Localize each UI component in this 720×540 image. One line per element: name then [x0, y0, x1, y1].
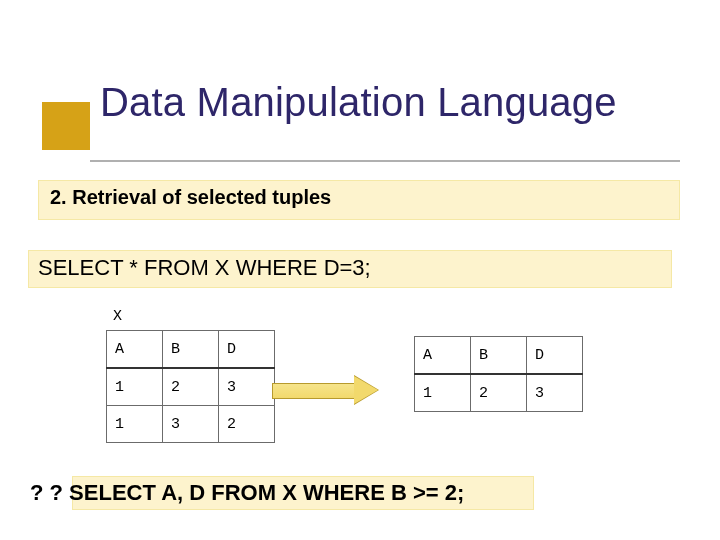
- table-header-cell: D: [219, 331, 275, 369]
- slide: Data Manipulation Language 2. Retrieval …: [0, 0, 720, 540]
- table-header-cell: A: [107, 331, 163, 369]
- table-row: A B D: [107, 331, 275, 369]
- table-cell: 2: [163, 368, 219, 406]
- table-row: 1 3 2: [107, 406, 275, 443]
- table-row: 1 2 3: [415, 374, 583, 412]
- table-header-cell: B: [163, 331, 219, 369]
- table-x-label: X: [113, 308, 122, 325]
- title-underline: [90, 160, 680, 162]
- table-result: A B D 1 2 3: [414, 336, 583, 412]
- slide-title: Data Manipulation Language: [100, 80, 617, 125]
- arrow-icon: [272, 380, 382, 400]
- table-cell: 3: [219, 368, 275, 406]
- table-cell: 1: [107, 368, 163, 406]
- table-cell: 1: [415, 374, 471, 412]
- table-row: A B D: [415, 337, 583, 375]
- table-row: 1 2 3: [107, 368, 275, 406]
- accent-square-icon: [42, 102, 90, 150]
- table-cell: 3: [163, 406, 219, 443]
- table-cell: 2: [471, 374, 527, 412]
- sql-query: SELECT * FROM X WHERE D=3;: [38, 255, 371, 281]
- footer-query: ? ? SELECT A, D FROM X WHERE B >= 2;: [30, 480, 464, 506]
- table-cell: 3: [527, 374, 583, 412]
- table-header-cell: B: [471, 337, 527, 375]
- table-cell: 2: [219, 406, 275, 443]
- table-header-cell: D: [527, 337, 583, 375]
- table-cell: 1: [107, 406, 163, 443]
- table-header-cell: A: [415, 337, 471, 375]
- table-x: A B D 1 2 3 1 3 2: [106, 330, 275, 443]
- subtitle-text: 2. Retrieval of selected tuples: [50, 186, 331, 209]
